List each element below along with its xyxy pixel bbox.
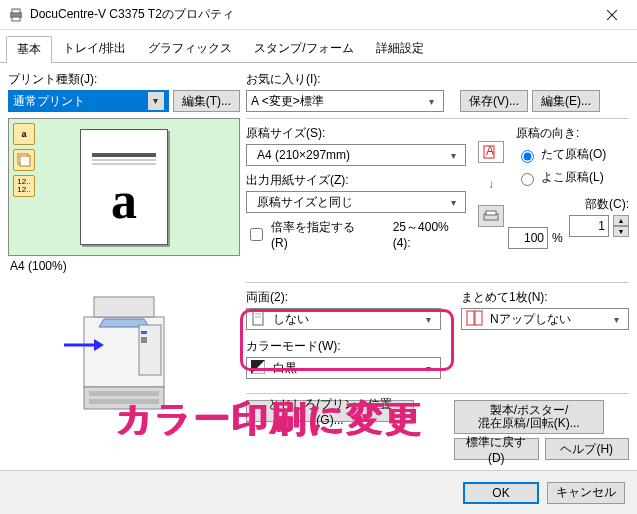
nup-value: Nアップしない — [490, 311, 571, 328]
preview-numbers-icon[interactable]: 12..12.. — [13, 175, 35, 197]
binding-position-button[interactable]: とじしろ/プリント位置(G)... — [246, 400, 414, 422]
help-button[interactable]: ヘルプ(H) — [545, 438, 630, 460]
nup-select[interactable]: Nアップしない ▾ — [461, 308, 629, 330]
out-tray-button[interactable] — [478, 205, 504, 227]
copies-input[interactable] — [569, 215, 609, 237]
favorite-edit-button[interactable]: 編集(E)... — [532, 90, 600, 112]
print-type-label: プリント種類(J): — [8, 71, 240, 88]
svg-rect-2 — [12, 17, 20, 21]
chevron-down-icon: ▾ — [445, 197, 461, 208]
nup-label: まとめて1枚(N): — [461, 289, 629, 306]
preview-thumb-a-icon[interactable]: a — [13, 123, 35, 145]
print-type-edit-button[interactable]: 編集(T)... — [173, 90, 240, 112]
ratio-checkbox[interactable] — [250, 228, 263, 241]
tab-1[interactable]: トレイ/排出 — [52, 35, 137, 62]
chevron-down-icon: ▾ — [420, 363, 436, 374]
out-size-select[interactable]: 原稿サイズと同じ ▾ — [246, 191, 466, 213]
preview-glyph: a — [88, 171, 160, 230]
cancel-button[interactable]: キャンセル — [547, 482, 625, 504]
color-mode-select[interactable]: 白黒 ▾ — [246, 357, 441, 379]
orig-size-select[interactable]: A4 (210×297mm) ▾ — [246, 144, 466, 166]
favorite-select[interactable]: A <変更>標準 ▾ — [246, 90, 444, 112]
orig-size-info-button[interactable]: A — [478, 141, 504, 163]
svg-rect-21 — [486, 211, 496, 215]
copies-label: 部数(C): — [516, 196, 629, 213]
arrow-down-icon: ↓ — [488, 177, 494, 191]
svg-rect-11 — [94, 297, 154, 317]
svg-rect-6 — [20, 156, 30, 166]
tab-0[interactable]: 基本 — [6, 36, 52, 63]
tab-4[interactable]: 詳細設定 — [365, 35, 435, 62]
window-titlebar: DocuCentre-V C3375 T2のプロパティ — [0, 0, 637, 30]
svg-rect-26 — [475, 311, 482, 325]
favorite-label: お気に入り(I): — [246, 71, 629, 88]
orig-size-label: 原稿サイズ(S): — [246, 125, 466, 142]
out-size-value: 原稿サイズと同じ — [251, 194, 353, 211]
duplex-value: しない — [273, 311, 309, 328]
svg-rect-25 — [467, 311, 474, 325]
tab-3[interactable]: スタンプ/フォーム — [243, 35, 364, 62]
tab-2[interactable]: グラフィックス — [137, 35, 243, 62]
color-mode-label: カラーモード(W): — [246, 338, 441, 355]
chevron-down-icon: ▾ — [420, 314, 436, 325]
tabbar: 基本トレイ/排出グラフィックススタンプ/フォーム詳細設定 — [0, 33, 637, 63]
color-mode-value: 白黒 — [273, 360, 297, 377]
svg-rect-15 — [141, 337, 147, 343]
print-type-select[interactable]: 通常プリント ▾ — [8, 90, 169, 112]
defaults-button[interactable]: 標準に戻す(D) — [454, 438, 539, 460]
svg-rect-8 — [84, 387, 164, 409]
preview-pane: a 12..12.. a — [8, 118, 240, 256]
preview-size-label: A4 (100%) — [8, 256, 240, 276]
duplex-label: 両面(2): — [246, 289, 441, 306]
chevron-down-icon: ▾ — [608, 314, 624, 325]
page-icon — [251, 310, 267, 329]
ratio-range-label: 25～400%(4): — [393, 219, 466, 250]
printer-icon — [8, 7, 24, 23]
ratio-input[interactable] — [508, 227, 548, 249]
preview-page: a — [80, 129, 168, 245]
svg-rect-9 — [89, 391, 159, 396]
orig-size-value: A4 (210×297mm) — [251, 148, 350, 162]
booklet-poster-button[interactable]: 製本/ポスター/ 混在原稿/回転(K)... — [454, 400, 604, 434]
chevron-down-icon: ▾ — [445, 150, 461, 161]
orient-landscape-radio[interactable] — [521, 173, 534, 186]
out-size-label: 出力用紙サイズ(Z): — [246, 172, 466, 189]
print-type-value: 通常プリント — [13, 93, 85, 110]
svg-rect-14 — [141, 331, 147, 334]
svg-text:A: A — [486, 145, 494, 158]
dialog-footer: OK キャンセル — [0, 470, 637, 514]
ratio-unit: % — [552, 231, 563, 245]
orient-portrait-radio[interactable] — [521, 150, 534, 163]
svg-rect-22 — [253, 311, 263, 325]
window-title: DocuCentre-V C3375 T2のプロパティ — [30, 6, 589, 23]
chevron-down-icon: ▾ — [148, 92, 164, 110]
copies-spinner[interactable]: ▲▼ — [613, 215, 629, 237]
printer-illustration — [8, 282, 240, 422]
preview-multi-icon[interactable] — [13, 149, 35, 171]
favorite-save-button[interactable]: 保存(V)... — [460, 90, 528, 112]
svg-rect-1 — [12, 9, 20, 13]
duplex-select[interactable]: しない ▾ — [246, 308, 441, 330]
svg-rect-10 — [89, 399, 159, 404]
ratio-check-label: 倍率を指定する(R) — [271, 219, 371, 250]
nup-icon — [466, 310, 484, 329]
orient-landscape-label: よこ原稿(L) — [541, 169, 604, 186]
ok-button[interactable]: OK — [463, 482, 539, 504]
orient-portrait-label: たて原稿(O) — [541, 146, 606, 163]
chevron-down-icon: ▾ — [423, 96, 439, 107]
favorite-value: A <変更>標準 — [251, 93, 324, 110]
close-button[interactable] — [589, 1, 635, 29]
bw-icon — [251, 360, 265, 377]
orientation-label: 原稿の向き: — [516, 125, 629, 142]
